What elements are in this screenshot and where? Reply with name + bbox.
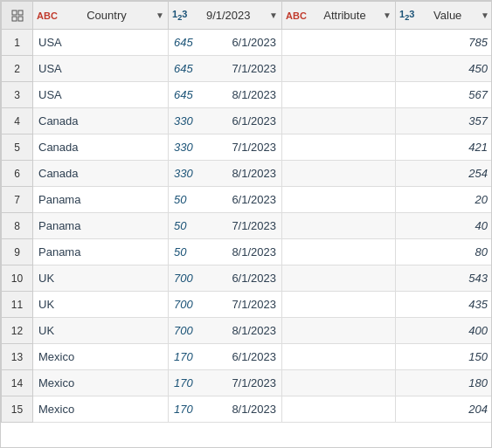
row-number: 3 [2, 82, 33, 108]
value-cell: 180 [396, 370, 493, 396]
table-row: 2USA6457/1/2023450 [2, 56, 493, 82]
attribute-cell [282, 239, 396, 265]
value-cell: 435 [396, 292, 493, 318]
date-cell: 1706/1/2023 [169, 344, 282, 370]
date-header-label: 9/1/2023 [191, 9, 266, 22]
attribute-cell [282, 213, 396, 239]
row-number: 8 [2, 213, 33, 239]
date-cell: 508/1/2023 [169, 239, 282, 265]
country-cell: UK [33, 265, 169, 292]
table-row: 8Panama507/1/202340 [2, 213, 493, 239]
date-cell: 3307/1/2023 [169, 134, 282, 161]
data-table: ABC Country ▼ 123 9/1/2023 ▼ ABC Att [0, 0, 492, 448]
row-number: 14 [2, 370, 33, 396]
date-dropdown-arrow[interactable]: ▼ [269, 10, 278, 20]
row-number: 5 [2, 134, 33, 161]
country-cell: Panama [33, 187, 169, 213]
attribute-header[interactable]: ABC Attribute ▼ [282, 2, 396, 30]
svg-rect-2 [12, 17, 17, 21]
attribute-cell [282, 56, 396, 82]
attribute-cell [282, 265, 396, 292]
date-type-icon: 123 [172, 9, 187, 22]
row-number: 2 [2, 56, 33, 82]
date-cell: 7008/1/2023 [169, 318, 282, 344]
country-cell: Canada [33, 134, 169, 161]
attribute-cell [282, 318, 396, 344]
attribute-cell [282, 187, 396, 213]
row-number: 9 [2, 239, 33, 265]
country-cell: UK [33, 292, 169, 318]
table-row: 4Canada3306/1/2023357 [2, 108, 493, 134]
country-cell: Mexico [33, 396, 169, 423]
attribute-type-icon: ABC [286, 10, 307, 21]
value-cell: 204 [396, 396, 493, 423]
attribute-cell [282, 134, 396, 161]
country-cell: USA [33, 30, 169, 56]
attribute-cell [282, 30, 396, 56]
value-header[interactable]: 123 Value ▼ [396, 2, 493, 30]
value-dropdown-arrow[interactable]: ▼ [481, 10, 489, 20]
attribute-cell [282, 292, 396, 318]
row-number: 15 [2, 396, 33, 423]
svg-rect-1 [18, 10, 23, 15]
country-cell: Panama [33, 239, 169, 265]
country-cell: Mexico [33, 344, 169, 370]
value-cell: 357 [396, 108, 493, 134]
table-row: 6Canada3308/1/2023254 [2, 161, 493, 187]
attribute-header-label: Attribute [310, 9, 379, 22]
date-cell: 6458/1/2023 [169, 82, 282, 108]
date-cell: 3306/1/2023 [169, 108, 282, 134]
attribute-cell [282, 82, 396, 108]
value-type-icon: 123 [399, 9, 414, 22]
date-cell: 1708/1/2023 [169, 396, 282, 423]
row-number: 1 [2, 30, 33, 56]
svg-rect-0 [12, 10, 17, 15]
value-cell: 40 [396, 213, 493, 239]
table-row: 14Mexico1707/1/2023180 [2, 370, 493, 396]
date-cell: 506/1/2023 [169, 187, 282, 213]
date-cell: 3308/1/2023 [169, 161, 282, 187]
value-cell: 567 [396, 82, 493, 108]
table-row: 9Panama508/1/202380 [2, 239, 493, 265]
value-cell: 543 [396, 265, 493, 292]
country-cell: USA [33, 82, 169, 108]
table-row: 3USA6458/1/2023567 [2, 82, 493, 108]
country-cell: Mexico [33, 370, 169, 396]
row-num-header [2, 2, 33, 30]
date-cell: 7006/1/2023 [169, 265, 282, 292]
value-cell: 80 [396, 239, 493, 265]
date-header[interactable]: 123 9/1/2023 ▼ [169, 2, 282, 30]
country-header[interactable]: ABC Country ▼ [33, 2, 169, 30]
row-number: 13 [2, 344, 33, 370]
attribute-dropdown-arrow[interactable]: ▼ [383, 10, 392, 20]
row-number: 6 [2, 161, 33, 187]
row-number: 12 [2, 318, 33, 344]
date-cell: 6456/1/2023 [169, 30, 282, 56]
svg-rect-3 [18, 17, 23, 21]
table-row: 15Mexico1708/1/2023204 [2, 396, 493, 423]
country-cell: USA [33, 56, 169, 82]
value-header-label: Value [418, 9, 477, 22]
table-row: 12UK7008/1/2023400 [2, 318, 493, 344]
date-cell: 507/1/2023 [169, 213, 282, 239]
table-row: 7Panama506/1/202320 [2, 187, 493, 213]
value-cell: 450 [396, 56, 493, 82]
table-row: 10UK7006/1/2023543 [2, 265, 493, 292]
value-cell: 400 [396, 318, 493, 344]
row-number: 10 [2, 265, 33, 292]
table-row: 5Canada3307/1/2023421 [2, 134, 493, 161]
abc-icon: ABC [37, 10, 58, 21]
value-cell: 150 [396, 344, 493, 370]
table-row: 13Mexico1706/1/2023150 [2, 344, 493, 370]
attribute-cell [282, 344, 396, 370]
attribute-cell [282, 370, 396, 396]
row-number: 4 [2, 108, 33, 134]
table-row: 11UK7007/1/2023435 [2, 292, 493, 318]
grid-icon [11, 10, 24, 22]
date-cell: 7007/1/2023 [169, 292, 282, 318]
attribute-cell [282, 161, 396, 187]
row-number: 7 [2, 187, 33, 213]
country-dropdown-arrow[interactable]: ▼ [156, 10, 164, 20]
value-cell: 254 [396, 161, 493, 187]
country-cell: Canada [33, 161, 169, 187]
